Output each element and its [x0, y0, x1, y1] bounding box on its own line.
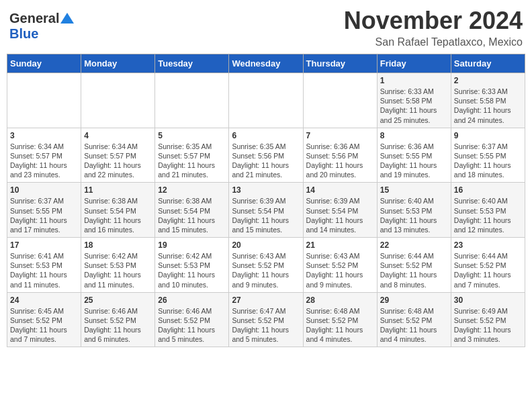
day-number: 27: [232, 295, 300, 305]
day-detail: Sunrise: 6:39 AM Sunset: 5:54 PM Dayligh…: [306, 196, 374, 234]
month-title: November 2024: [344, 7, 523, 35]
header-cell-friday: Friday: [377, 54, 451, 73]
day-number: 1: [380, 76, 448, 85]
day-detail: Sunrise: 6:34 AM Sunset: 5:57 PM Dayligh…: [10, 142, 78, 180]
calendar-cell: 19Sunrise: 6:42 AM Sunset: 5:53 PM Dayli…: [155, 238, 229, 293]
day-detail: Sunrise: 6:49 AM Sunset: 5:52 PM Dayligh…: [454, 306, 522, 345]
day-detail: Sunrise: 6:48 AM Sunset: 5:52 PM Dayligh…: [380, 306, 448, 345]
header-cell-monday: Monday: [81, 54, 155, 73]
day-detail: Sunrise: 6:40 AM Sunset: 5:53 PM Dayligh…: [380, 196, 448, 234]
calendar-cell: [155, 73, 229, 128]
calendar-cell: 22Sunrise: 6:44 AM Sunset: 5:52 PM Dayli…: [377, 238, 451, 293]
calendar-table: SundayMondayTuesdayWednesdayThursdayFrid…: [7, 54, 525, 347]
calendar-cell: [81, 73, 155, 128]
calendar-cell: 11Sunrise: 6:38 AM Sunset: 5:54 PM Dayli…: [81, 183, 155, 238]
day-number: 18: [84, 240, 152, 250]
day-number: 4: [84, 131, 152, 140]
day-detail: Sunrise: 6:33 AM Sunset: 5:58 PM Dayligh…: [454, 87, 522, 125]
calendar-cell: 16Sunrise: 6:40 AM Sunset: 5:53 PM Dayli…: [451, 183, 525, 238]
day-number: 12: [158, 185, 226, 195]
day-number: 23: [454, 240, 522, 250]
day-number: 8: [380, 131, 448, 140]
day-number: 16: [454, 185, 522, 195]
calendar-cell: 23Sunrise: 6:44 AM Sunset: 5:52 PM Dayli…: [451, 238, 525, 293]
calendar-cell: 21Sunrise: 6:43 AM Sunset: 5:52 PM Dayli…: [303, 238, 377, 293]
day-number: 13: [232, 185, 300, 195]
calendar-cell: 10Sunrise: 6:37 AM Sunset: 5:55 PM Dayli…: [7, 183, 81, 238]
calendar-cell: 20Sunrise: 6:43 AM Sunset: 5:52 PM Dayli…: [229, 238, 303, 293]
calendar-cell: 14Sunrise: 6:39 AM Sunset: 5:54 PM Dayli…: [303, 183, 377, 238]
day-number: 5: [158, 131, 226, 140]
calendar-cell: [303, 73, 377, 128]
day-detail: Sunrise: 6:35 AM Sunset: 5:57 PM Dayligh…: [158, 142, 226, 180]
day-number: 2: [454, 76, 522, 85]
calendar-cell: 1Sunrise: 6:33 AM Sunset: 5:58 PM Daylig…: [377, 73, 451, 128]
calendar-cell: 5Sunrise: 6:35 AM Sunset: 5:57 PM Daylig…: [155, 128, 229, 183]
header-row: SundayMondayTuesdayWednesdayThursdayFrid…: [7, 54, 525, 73]
day-number: 28: [306, 295, 374, 305]
day-detail: Sunrise: 6:39 AM Sunset: 5:54 PM Dayligh…: [232, 196, 300, 234]
day-detail: Sunrise: 6:38 AM Sunset: 5:54 PM Dayligh…: [84, 196, 152, 234]
header-cell-wednesday: Wednesday: [229, 54, 303, 73]
calendar-cell: 27Sunrise: 6:47 AM Sunset: 5:52 PM Dayli…: [229, 292, 303, 347]
header-cell-saturday: Saturday: [451, 54, 525, 73]
calendar-cell: 8Sunrise: 6:36 AM Sunset: 5:55 PM Daylig…: [377, 128, 451, 183]
page-header: General Blue November 2024 San Rafael Te…: [7, 7, 525, 48]
day-detail: Sunrise: 6:43 AM Sunset: 5:52 PM Dayligh…: [306, 251, 374, 289]
calendar-body: 1Sunrise: 6:33 AM Sunset: 5:58 PM Daylig…: [7, 73, 525, 347]
calendar-cell: 29Sunrise: 6:48 AM Sunset: 5:52 PM Dayli…: [377, 292, 451, 347]
day-number: 14: [306, 185, 374, 195]
day-number: 30: [454, 295, 522, 305]
calendar-cell: 15Sunrise: 6:40 AM Sunset: 5:53 PM Dayli…: [377, 183, 451, 238]
calendar-cell: 13Sunrise: 6:39 AM Sunset: 5:54 PM Dayli…: [229, 183, 303, 238]
day-number: 3: [10, 131, 78, 140]
logo-blue-text: Blue: [9, 26, 38, 42]
calendar-cell: 12Sunrise: 6:38 AM Sunset: 5:54 PM Dayli…: [155, 183, 229, 238]
day-number: 20: [232, 240, 300, 250]
day-detail: Sunrise: 6:37 AM Sunset: 5:55 PM Dayligh…: [454, 142, 522, 180]
day-number: 17: [10, 240, 78, 250]
header-cell-tuesday: Tuesday: [155, 54, 229, 73]
calendar-cell: [7, 73, 81, 128]
day-detail: Sunrise: 6:36 AM Sunset: 5:56 PM Dayligh…: [306, 142, 374, 180]
day-number: 10: [10, 185, 78, 195]
calendar-cell: 4Sunrise: 6:34 AM Sunset: 5:57 PM Daylig…: [81, 128, 155, 183]
calendar-week-2: 10Sunrise: 6:37 AM Sunset: 5:55 PM Dayli…: [7, 183, 525, 238]
header-cell-thursday: Thursday: [303, 54, 377, 73]
calendar-cell: [229, 73, 303, 128]
calendar-cell: 30Sunrise: 6:49 AM Sunset: 5:52 PM Dayli…: [451, 292, 525, 347]
day-detail: Sunrise: 6:47 AM Sunset: 5:52 PM Dayligh…: [232, 306, 300, 345]
day-number: 29: [380, 295, 448, 305]
day-detail: Sunrise: 6:36 AM Sunset: 5:55 PM Dayligh…: [380, 142, 448, 180]
day-number: 26: [158, 295, 226, 305]
day-detail: Sunrise: 6:40 AM Sunset: 5:53 PM Dayligh…: [454, 196, 522, 234]
day-number: 9: [454, 131, 522, 140]
day-detail: Sunrise: 6:43 AM Sunset: 5:52 PM Dayligh…: [232, 251, 300, 289]
calendar-cell: 6Sunrise: 6:35 AM Sunset: 5:56 PM Daylig…: [229, 128, 303, 183]
day-detail: Sunrise: 6:34 AM Sunset: 5:57 PM Dayligh…: [84, 142, 152, 180]
day-number: 24: [10, 295, 78, 305]
header-cell-sunday: Sunday: [7, 54, 81, 73]
calendar-cell: 18Sunrise: 6:42 AM Sunset: 5:53 PM Dayli…: [81, 238, 155, 293]
day-detail: Sunrise: 6:46 AM Sunset: 5:52 PM Dayligh…: [84, 306, 152, 345]
day-detail: Sunrise: 6:42 AM Sunset: 5:53 PM Dayligh…: [158, 251, 226, 289]
day-number: 15: [380, 185, 448, 195]
logo-general-text: General: [9, 11, 59, 26]
day-detail: Sunrise: 6:45 AM Sunset: 5:52 PM Dayligh…: [10, 306, 78, 345]
day-detail: Sunrise: 6:44 AM Sunset: 5:52 PM Dayligh…: [454, 251, 522, 289]
day-number: 21: [306, 240, 374, 250]
day-detail: Sunrise: 6:37 AM Sunset: 5:55 PM Dayligh…: [10, 196, 78, 234]
calendar-cell: 3Sunrise: 6:34 AM Sunset: 5:57 PM Daylig…: [7, 128, 81, 183]
title-block: November 2024 San Rafael Tepatlaxco, Mex…: [344, 7, 523, 48]
calendar-cell: 7Sunrise: 6:36 AM Sunset: 5:56 PM Daylig…: [303, 128, 377, 183]
day-detail: Sunrise: 6:48 AM Sunset: 5:52 PM Dayligh…: [306, 306, 374, 345]
calendar-week-3: 17Sunrise: 6:41 AM Sunset: 5:53 PM Dayli…: [7, 238, 525, 293]
calendar-cell: 25Sunrise: 6:46 AM Sunset: 5:52 PM Dayli…: [81, 292, 155, 347]
calendar-cell: 26Sunrise: 6:46 AM Sunset: 5:52 PM Dayli…: [155, 292, 229, 347]
logo-triangle-icon: [60, 13, 74, 24]
logo: General Blue: [9, 11, 74, 42]
day-detail: Sunrise: 6:35 AM Sunset: 5:56 PM Dayligh…: [232, 142, 300, 180]
calendar-week-1: 3Sunrise: 6:34 AM Sunset: 5:57 PM Daylig…: [7, 128, 525, 183]
calendar-header: SundayMondayTuesdayWednesdayThursdayFrid…: [7, 54, 525, 73]
calendar-cell: 17Sunrise: 6:41 AM Sunset: 5:53 PM Dayli…: [7, 238, 81, 293]
